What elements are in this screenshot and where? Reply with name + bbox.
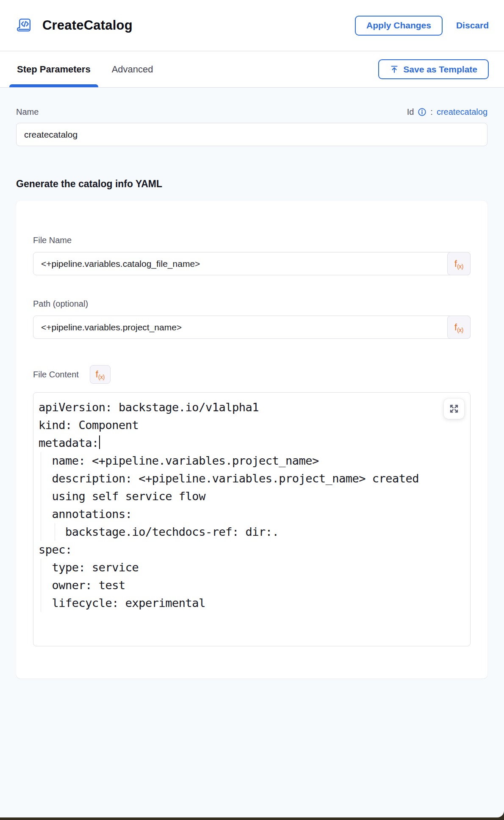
tab-step-parameters-label: Step Parameters — [17, 64, 91, 75]
step-id-value[interactable]: createcatalog — [437, 107, 487, 117]
code-line: using self service flow — [39, 488, 464, 505]
fx-icon: f(x) — [96, 369, 105, 380]
apply-changes-button[interactable]: Apply Changes — [355, 16, 443, 36]
code-line: description: <+pipeline.variables.projec… — [39, 470, 464, 488]
discard-button[interactable]: Discard — [456, 20, 489, 30]
code-line: backstage.io/techdocs-ref: dir:. — [39, 523, 464, 541]
path-fx-button[interactable]: f(x) — [447, 316, 471, 339]
code-scroll-step-icon — [16, 17, 34, 34]
path-input-wrap: f(x) — [33, 316, 471, 339]
code-line: type: service — [39, 559, 464, 576]
tabs: Step Parameters Advanced — [9, 51, 161, 87]
path-block: Path (optional) f(x) — [33, 299, 471, 339]
file-content-row: File Content f(x) — [33, 365, 471, 384]
save-as-template-label: Save as Template — [403, 64, 477, 75]
code-line: kind: Component — [39, 416, 464, 434]
active-tab-underline — [9, 84, 98, 87]
code-line: metadata: — [39, 434, 464, 452]
expand-arrows-icon — [449, 404, 459, 414]
step-id-row: Id : createcatalog — [407, 107, 487, 117]
file-content-fx-button[interactable]: f(x) — [90, 365, 111, 384]
code-line: owner: test — [39, 576, 464, 594]
code-line: name: <+pipeline.variables.project_name> — [39, 452, 464, 470]
page-title: CreateCatalog — [42, 18, 133, 33]
code-line: spec: — [39, 541, 464, 559]
name-label: Name — [16, 107, 39, 117]
file-name-fx-button[interactable]: f(x) — [447, 252, 471, 275]
code-line: lifecycle: experimental — [39, 594, 464, 612]
panel-header: CreateCatalog Apply Changes Discard — [0, 0, 504, 51]
indent-guide — [41, 452, 41, 541]
name-input[interactable] — [16, 123, 487, 146]
indent-guide — [41, 559, 41, 612]
id-label: Id — [407, 107, 414, 117]
code-line: apiVersion: backstage.io/v1alpha1 — [39, 399, 464, 416]
header-actions: Apply Changes Discard — [355, 16, 489, 36]
code-line: annotations: — [39, 505, 464, 523]
tab-advanced-label: Advanced — [112, 64, 153, 75]
text-cursor — [99, 435, 100, 449]
step-fields-card: File Name f(x) Path (optional) f(x) File… — [16, 201, 487, 679]
file-name-input[interactable] — [33, 252, 471, 275]
tab-bar: Step Parameters Advanced Save as Templat… — [0, 51, 504, 88]
fx-icon: f(x) — [454, 322, 463, 333]
expand-editor-button[interactable] — [444, 399, 464, 419]
step-config-panel: CreateCatalog Apply Changes Discard Step… — [0, 0, 504, 817]
step-parameters-content: Name Id : createcatalog Generate the cat… — [0, 88, 504, 817]
file-name-label: File Name — [33, 235, 72, 245]
name-label-row: Name Id : createcatalog — [16, 107, 487, 117]
save-as-template-button[interactable]: Save as Template — [378, 59, 489, 79]
info-icon[interactable] — [418, 108, 426, 116]
indent-guide — [55, 523, 55, 541]
path-input[interactable] — [33, 316, 471, 339]
file-content-editor[interactable]: apiVersion: backstage.io/v1alpha1kind: C… — [33, 392, 471, 646]
file-name-input-wrap: f(x) — [33, 252, 471, 275]
tab-step-parameters[interactable]: Step Parameters — [9, 51, 98, 87]
code-lines: apiVersion: backstage.io/v1alpha1kind: C… — [39, 399, 464, 612]
file-content-label: File Content — [33, 370, 79, 380]
header-title-group: CreateCatalog — [16, 17, 133, 34]
id-colon: : — [430, 107, 433, 117]
upload-arrow-icon — [390, 65, 399, 74]
section-heading: Generate the catalog info YAML — [16, 178, 487, 190]
tab-advanced[interactable]: Advanced — [104, 51, 161, 87]
path-label: Path (optional) — [33, 299, 88, 308]
fx-icon: f(x) — [454, 258, 463, 269]
